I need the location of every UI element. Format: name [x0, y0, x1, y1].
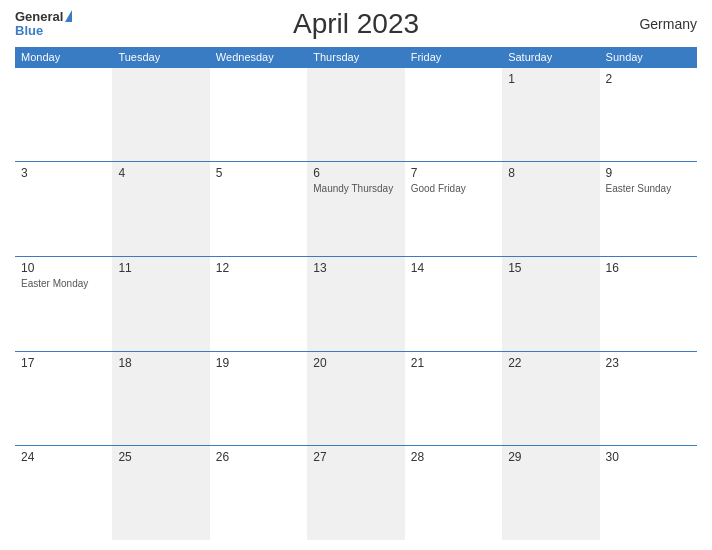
date-4: 4 [118, 166, 203, 180]
cell-apr-23: 23 [600, 352, 697, 446]
cell-apr-25: 25 [112, 446, 209, 540]
cell-empty-5 [405, 68, 502, 162]
date-13: 13 [313, 261, 398, 275]
cell-apr-21: 21 [405, 352, 502, 446]
event-good-friday: Good Friday [411, 182, 496, 195]
calendar-header: Monday Tuesday Wednesday Thursday Friday… [15, 47, 697, 67]
date-17: 17 [21, 356, 106, 370]
cell-apr-13: 13 [307, 257, 404, 351]
cell-apr-19: 19 [210, 352, 307, 446]
week-row-5: 24 25 26 27 28 29 30 [15, 445, 697, 540]
cell-apr-29: 29 [502, 446, 599, 540]
date-23: 23 [606, 356, 691, 370]
cell-apr-20: 20 [307, 352, 404, 446]
week-row-4: 17 18 19 20 21 22 23 [15, 351, 697, 446]
header: General Blue April 2023 Germany [15, 10, 697, 39]
date-25: 25 [118, 450, 203, 464]
cell-apr-26: 26 [210, 446, 307, 540]
cell-empty-4 [307, 68, 404, 162]
cell-empty-3 [210, 68, 307, 162]
calendar: Monday Tuesday Wednesday Thursday Friday… [15, 47, 697, 540]
country-label: Germany [639, 16, 697, 32]
cell-apr-4: 4 [112, 162, 209, 256]
cell-apr-12: 12 [210, 257, 307, 351]
date-2: 2 [606, 72, 691, 86]
cell-apr-27: 27 [307, 446, 404, 540]
cell-apr-5: 5 [210, 162, 307, 256]
header-wednesday: Wednesday [210, 47, 307, 67]
header-thursday: Thursday [307, 47, 404, 67]
cell-apr-11: 11 [112, 257, 209, 351]
date-6: 6 [313, 166, 398, 180]
week-row-2: 3 4 5 6 Maundy Thursday 7 Good Friday 8 [15, 161, 697, 256]
cell-apr-1: 1 [502, 68, 599, 162]
cell-apr-15: 15 [502, 257, 599, 351]
event-easter-monday: Easter Monday [21, 277, 106, 290]
date-8: 8 [508, 166, 593, 180]
event-easter-sunday: Easter Sunday [606, 182, 691, 195]
date-21: 21 [411, 356, 496, 370]
cell-apr-2: 2 [600, 68, 697, 162]
date-10: 10 [21, 261, 106, 275]
cell-apr-7: 7 Good Friday [405, 162, 502, 256]
header-friday: Friday [405, 47, 502, 67]
header-tuesday: Tuesday [112, 47, 209, 67]
cell-apr-16: 16 [600, 257, 697, 351]
date-16: 16 [606, 261, 691, 275]
week-row-1: 1 2 [15, 67, 697, 162]
event-maundy-thursday: Maundy Thursday [313, 182, 398, 195]
cell-apr-30: 30 [600, 446, 697, 540]
date-9: 9 [606, 166, 691, 180]
cell-apr-3: 3 [15, 162, 112, 256]
date-28: 28 [411, 450, 496, 464]
cell-apr-24: 24 [15, 446, 112, 540]
cell-apr-22: 22 [502, 352, 599, 446]
header-monday: Monday [15, 47, 112, 67]
calendar-body: 1 2 3 4 5 6 Maundy Thursday [15, 67, 697, 540]
cell-apr-10: 10 Easter Monday [15, 257, 112, 351]
date-30: 30 [606, 450, 691, 464]
page: General Blue April 2023 Germany Monday T… [0, 0, 712, 550]
date-14: 14 [411, 261, 496, 275]
header-sunday: Sunday [600, 47, 697, 67]
logo-general-text: General [15, 10, 63, 24]
date-24: 24 [21, 450, 106, 464]
date-7: 7 [411, 166, 496, 180]
date-19: 19 [216, 356, 301, 370]
cell-apr-9: 9 Easter Sunday [600, 162, 697, 256]
cell-apr-18: 18 [112, 352, 209, 446]
date-26: 26 [216, 450, 301, 464]
cell-empty-1 [15, 68, 112, 162]
date-20: 20 [313, 356, 398, 370]
logo-blue-text: Blue [15, 24, 72, 38]
date-22: 22 [508, 356, 593, 370]
date-5: 5 [216, 166, 301, 180]
date-11: 11 [118, 261, 203, 275]
cell-apr-6: 6 Maundy Thursday [307, 162, 404, 256]
header-saturday: Saturday [502, 47, 599, 67]
date-27: 27 [313, 450, 398, 464]
date-18: 18 [118, 356, 203, 370]
logo-triangle-icon [65, 10, 72, 22]
cell-empty-2 [112, 68, 209, 162]
cell-apr-8: 8 [502, 162, 599, 256]
logo: General Blue [15, 10, 72, 39]
date-12: 12 [216, 261, 301, 275]
cell-apr-28: 28 [405, 446, 502, 540]
date-29: 29 [508, 450, 593, 464]
cell-apr-14: 14 [405, 257, 502, 351]
date-15: 15 [508, 261, 593, 275]
calendar-title: April 2023 [293, 8, 419, 40]
cell-apr-17: 17 [15, 352, 112, 446]
date-3: 3 [21, 166, 106, 180]
week-row-3: 10 Easter Monday 11 12 13 14 15 [15, 256, 697, 351]
date-1: 1 [508, 72, 593, 86]
